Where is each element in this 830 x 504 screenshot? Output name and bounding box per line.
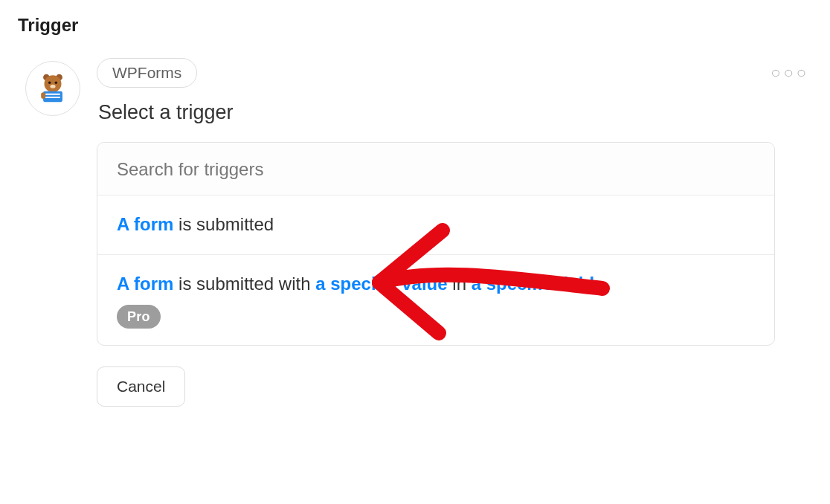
svg-point-5	[50, 85, 55, 88]
trigger-section: Trigger WPFo	[0, 0, 830, 407]
trigger-row: WPForms ○○○ Select a trigger A form is s…	[15, 58, 815, 407]
svg-rect-7	[45, 94, 60, 95]
svg-rect-8	[45, 97, 60, 98]
trigger-token-link: A form	[117, 274, 173, 294]
trigger-token-link: a specific value	[315, 274, 447, 294]
integration-avatar	[25, 61, 80, 116]
more-options-icon[interactable]: ○○○	[771, 63, 815, 83]
svg-point-3	[48, 82, 51, 84]
trigger-list: A form is submittedA form is submitted w…	[97, 142, 775, 346]
trigger-token-text: in	[448, 274, 472, 294]
trigger-main: WPForms ○○○ Select a trigger A form is s…	[97, 58, 815, 407]
trigger-token-link: A form	[117, 214, 173, 234]
integration-pill[interactable]: WPForms	[97, 58, 197, 88]
trigger-option[interactable]: A form is submitted with a specific valu…	[97, 254, 774, 345]
trigger-option-text: A form is submitted	[117, 212, 755, 238]
trigger-option[interactable]: A form is submitted	[97, 195, 774, 254]
section-title: Trigger	[18, 15, 815, 36]
subtitle: Select a trigger	[98, 101, 815, 124]
search-input[interactable]	[97, 143, 774, 195]
header-row: WPForms ○○○	[97, 58, 815, 88]
svg-point-2	[45, 75, 62, 92]
trigger-option-text: A form is submitted with a specific valu…	[117, 271, 755, 297]
cancel-button[interactable]: Cancel	[97, 366, 185, 407]
svg-rect-9	[41, 92, 45, 99]
trigger-token-link: a specific field	[472, 274, 594, 294]
pro-badge: Pro	[117, 305, 161, 329]
svg-point-4	[55, 82, 57, 84]
trigger-token-text: is submitted	[173, 214, 274, 234]
trigger-token-text: is submitted with	[173, 274, 315, 294]
wpforms-mascot-icon	[36, 70, 70, 107]
